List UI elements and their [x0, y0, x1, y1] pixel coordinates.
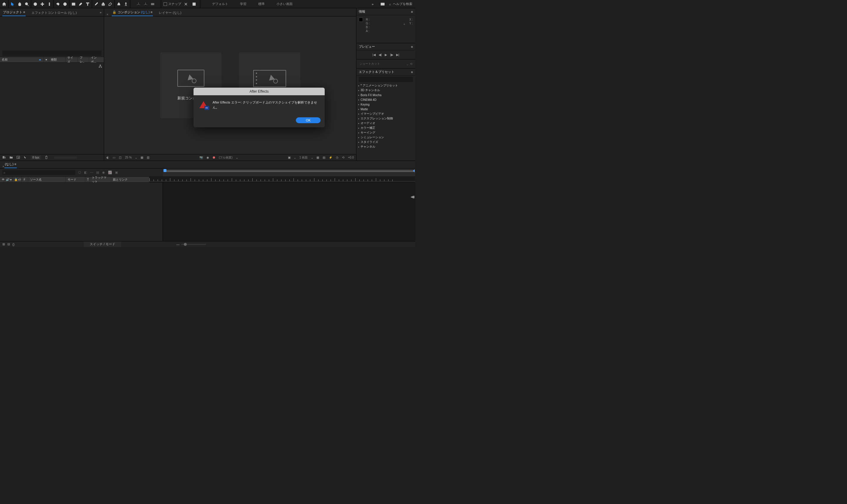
guides-icon[interactable]: ▥ [147, 156, 149, 159]
panel-menu-icon[interactable]: ≡ [411, 45, 413, 49]
col-lock-icon[interactable]: 🔒 [12, 177, 16, 182]
hand-tool-icon[interactable] [16, 1, 23, 8]
panel-menu-icon[interactable]: ≡ [411, 10, 413, 14]
toggle-3d-icon[interactable]: ◫ [119, 156, 122, 159]
dolly-tool-icon[interactable] [46, 1, 53, 8]
roi-icon[interactable]: ▣ [288, 156, 291, 159]
col-type[interactable]: 種類 [49, 57, 66, 62]
zoom-level[interactable]: 25 % [125, 156, 132, 159]
workspace-learn[interactable]: 学習 [240, 2, 247, 6]
col-number[interactable]: # [22, 177, 28, 182]
exposure-value[interactable]: +0.0 [348, 156, 354, 159]
axis-mode2-icon[interactable] [142, 1, 149, 8]
panel-menu-icon[interactable]: ≡ [411, 70, 413, 74]
roi-chevron[interactable]: ⌄ [294, 156, 296, 159]
home-icon[interactable] [1, 1, 8, 8]
expand-properties-icon[interactable]: ◀▮ [411, 195, 415, 199]
close-tab-icon[interactable]: × [106, 13, 108, 16]
first-frame-icon[interactable]: |◀ [372, 53, 376, 57]
show-channel-icon[interactable]: ◉ [206, 156, 209, 159]
last-frame-icon[interactable]: ▶| [396, 53, 399, 57]
workspace-small[interactable]: 小さい画面 [276, 2, 293, 6]
draft-3d-icon[interactable]: ◧ [84, 170, 87, 174]
comp-mini-flowchart-icon[interactable]: ⬡ [78, 170, 81, 174]
timeline-search-input[interactable] [2, 170, 75, 175]
resolution-chevron-icon[interactable]: ⌄ [236, 156, 238, 159]
snap-bounds-icon[interactable] [191, 1, 198, 8]
project-settings-icon[interactable] [23, 156, 27, 160]
effect-category[interactable]: ▸Boris FX Mocha [358, 93, 414, 97]
anchor-tool-icon[interactable] [61, 1, 69, 8]
effect-category[interactable]: ▸3D チャンネル [358, 88, 414, 93]
tab-composition[interactable]: 🔒 コンポジション (なし) ≡ [112, 9, 153, 16]
effects-search-input[interactable] [359, 77, 413, 82]
effect-category[interactable]: ▸* アニメーションプリセット [358, 83, 414, 88]
eraser-tool-icon[interactable] [107, 1, 114, 8]
delete-icon[interactable] [45, 156, 48, 160]
toggle-mask-icon[interactable]: ▭ [113, 156, 115, 159]
col-size[interactable]: サイズ [66, 57, 78, 62]
help-search-input[interactable]: ヘルプを検索 [393, 2, 412, 6]
col-trackmatte[interactable]: トラックマット [90, 177, 111, 182]
sync-settings-icon[interactable] [379, 1, 386, 8]
col-solo-icon[interactable]: ● [8, 177, 12, 182]
time-ruler[interactable] [149, 177, 415, 182]
col-inpoint[interactable]: インポ... [89, 57, 104, 62]
ok-button[interactable]: OK [296, 117, 321, 123]
interpret-footage-icon[interactable] [2, 156, 6, 160]
effect-category[interactable]: ▸シミュレーション [358, 135, 414, 140]
grid-icon[interactable]: ▦ [141, 156, 143, 159]
axis-mode-icon[interactable] [135, 1, 142, 8]
effect-category[interactable]: ▸Keying [358, 102, 414, 107]
rect-tool-icon[interactable] [70, 1, 77, 8]
reset-exposure-icon[interactable]: ⟲ [342, 156, 344, 159]
effect-category[interactable]: ▸CINEMA 4D [358, 97, 414, 102]
project-item-list[interactable] [0, 62, 104, 154]
timeline-link-icon[interactable]: ◷ [336, 156, 339, 159]
col-name[interactable]: 名前 [2, 58, 8, 62]
view-layout-chevron[interactable]: ⌄ [311, 156, 313, 159]
timeline-tab[interactable]: (なし) ≡ [4, 161, 17, 168]
stamp-tool-icon[interactable] [100, 1, 107, 8]
pan-camera-icon[interactable] [39, 1, 46, 8]
brush-tool-icon[interactable] [93, 1, 100, 8]
tab-effect-controls[interactable]: エフェクトコントロール (なし) [31, 10, 77, 16]
timeline-track-area[interactable]: ◀▮ [163, 183, 415, 241]
col-audio-icon[interactable]: 🔊 [4, 177, 8, 182]
zoom-out-icon[interactable]: — [177, 242, 180, 246]
rotate-tool-icon[interactable] [54, 1, 61, 8]
refresh-icon[interactable]: ⟲ [410, 62, 412, 66]
effect-category[interactable]: ▸エクスプレッション制御 [358, 116, 414, 121]
resolution-dropdown[interactable]: (フル画質) [219, 156, 233, 160]
col-label-icon[interactable] [44, 57, 49, 62]
more-workspaces-icon[interactable]: » [369, 1, 376, 8]
snap-checkbox[interactable] [163, 2, 167, 6]
orbit-tool-icon[interactable] [32, 1, 39, 8]
col-source-name[interactable]: ソース名 [28, 177, 66, 182]
roto-tool-icon[interactable] [115, 1, 122, 8]
tab-project[interactable]: プロジェクト ≡ [2, 9, 25, 16]
zoom-tool-icon[interactable] [23, 1, 30, 8]
panel-overflow-icon[interactable]: » [100, 11, 102, 14]
selection-tool-icon[interactable] [9, 1, 16, 8]
timeline-zoom-slider[interactable] [181, 244, 206, 245]
fast-preview-icon[interactable]: ⚡ [329, 156, 332, 159]
pixel-aspect-icon[interactable]: ▤ [323, 156, 325, 159]
color-mgmt-icon[interactable]: ⬢ [213, 156, 215, 159]
effect-category[interactable]: ▸Matte [358, 107, 414, 111]
graph-editor-icon[interactable]: 📈 [108, 170, 112, 174]
tab-layer[interactable]: レイヤー (なし) [158, 10, 182, 16]
brainstorm-icon[interactable]: ▣ [115, 170, 118, 174]
project-search-input[interactable] [2, 51, 102, 56]
motion-blur-icon[interactable]: ◉ [102, 170, 105, 174]
timeline-work-area[interactable] [163, 168, 415, 176]
playhead-icon[interactable] [163, 169, 166, 172]
text-tool-icon[interactable] [84, 1, 91, 8]
col-parent[interactable]: 親とリンク [111, 177, 149, 182]
axis-mode3-icon[interactable] [149, 1, 156, 8]
workspace-default[interactable]: デフォルト [212, 2, 228, 6]
col-label-icon[interactable]: 🏷 [16, 177, 22, 182]
flowchart-icon[interactable] [98, 65, 102, 69]
close-tab-icon[interactable]: × [2, 165, 4, 168]
effect-category[interactable]: ▸イマーシブビデオ [358, 111, 414, 116]
